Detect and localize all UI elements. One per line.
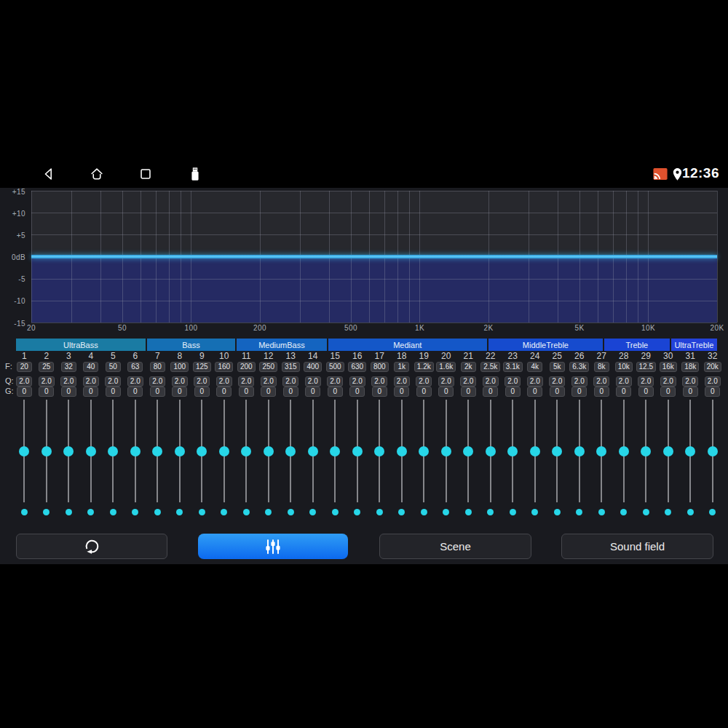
slider-knob[interactable]	[175, 446, 185, 456]
gain-slider[interactable]	[213, 400, 236, 502]
gain-slider[interactable]	[368, 400, 391, 502]
frequency-cell: 400	[302, 362, 325, 372]
channel-number: 13	[280, 351, 302, 361]
slider-knob[interactable]	[663, 446, 673, 456]
gain-slider[interactable]	[435, 400, 458, 502]
gain-slider[interactable]	[324, 400, 347, 502]
gain-slider[interactable]	[502, 400, 524, 502]
home-icon[interactable]	[89, 166, 105, 182]
gain-slider[interactable]	[635, 400, 657, 502]
q-cell: 2.0	[368, 376, 391, 387]
channel-number: 22	[480, 351, 502, 361]
gain-slider[interactable]	[613, 400, 636, 502]
scene-button[interactable]: Scene	[379, 534, 531, 559]
gain-slider[interactable]	[413, 400, 435, 502]
gain-slider[interactable]	[569, 400, 591, 502]
frequency-cell: 315	[280, 362, 302, 372]
slider-knob[interactable]	[441, 446, 451, 456]
slider-knob[interactable]	[130, 446, 141, 456]
channel-dot	[487, 509, 494, 515]
slider-knob[interactable]	[152, 446, 162, 456]
slider-knob[interactable]	[86, 446, 96, 456]
gain-cell: 0	[169, 387, 191, 397]
gain-slider[interactable]	[80, 400, 103, 502]
q-cell: 2.0	[391, 376, 414, 387]
slider-knob[interactable]	[308, 446, 318, 456]
slider-knob[interactable]	[219, 446, 229, 456]
gain-cell: 0	[502, 387, 524, 397]
reset-button[interactable]	[16, 534, 167, 559]
slider-knob[interactable]	[530, 446, 540, 456]
gain-slider[interactable]	[258, 400, 280, 502]
gain-slider[interactable]	[169, 400, 191, 502]
slider-knob[interactable]	[41, 446, 52, 456]
q-value-chip: 2.0	[416, 376, 432, 387]
frequency-cell: 2k	[457, 362, 480, 372]
slider-knob[interactable]	[330, 446, 340, 456]
gain-slider[interactable]	[191, 400, 213, 502]
gain-slider[interactable]	[102, 400, 124, 502]
slider-knob[interactable]	[619, 446, 629, 456]
q-cell: 2.0	[124, 376, 147, 387]
slider-knob[interactable]	[419, 446, 429, 456]
gain-slider[interactable]	[590, 400, 613, 502]
gain-slider[interactable]	[36, 400, 58, 502]
gain-slider[interactable]	[146, 400, 169, 502]
gain-slider[interactable]	[391, 400, 414, 502]
gain-slider[interactable]	[702, 400, 724, 502]
slider-knob[interactable]	[708, 446, 718, 456]
sound-field-button[interactable]: Sound field	[561, 534, 713, 559]
q-value-chip: 2.0	[349, 376, 365, 387]
gain-slider[interactable]	[679, 400, 702, 502]
back-icon[interactable]	[41, 166, 57, 182]
slider-knob[interactable]	[596, 446, 606, 456]
slider-knob[interactable]	[264, 446, 274, 456]
slider-knob[interactable]	[352, 446, 363, 456]
gain-slider[interactable]	[480, 400, 502, 502]
frequency-tick-label: 1K	[415, 324, 424, 332]
slider-knob[interactable]	[685, 446, 695, 456]
band-group-header: MediumBass	[237, 339, 326, 351]
gain-cell: 0	[36, 387, 58, 397]
gain-value-row: 00000000000000000000000000000000	[13, 387, 724, 397]
slider-knob[interactable]	[507, 446, 518, 456]
slider-knob[interactable]	[241, 446, 251, 456]
channel-indicator-dots	[13, 508, 724, 515]
gain-cell: 0	[302, 387, 325, 397]
slider-knob[interactable]	[19, 446, 29, 456]
slider-knob[interactable]	[285, 446, 296, 456]
gain-slider[interactable]	[524, 400, 547, 502]
slider-knob[interactable]	[463, 446, 473, 456]
slider-knob[interactable]	[552, 446, 562, 456]
gain-cell: 0	[280, 387, 302, 397]
eq-curve-fill	[31, 257, 717, 323]
gain-cell: 0	[457, 387, 480, 397]
slider-knob[interactable]	[63, 446, 74, 456]
q-value-chip: 2.0	[83, 376, 99, 387]
slider-knob[interactable]	[374, 446, 384, 456]
gain-slider[interactable]	[280, 400, 302, 502]
gain-slider[interactable]	[235, 400, 258, 502]
gain-slider[interactable]	[124, 400, 147, 502]
slider-knob[interactable]	[197, 446, 207, 456]
gain-slider[interactable]	[347, 400, 369, 502]
gain-value-chip: 0	[150, 387, 165, 397]
gain-slider[interactable]	[302, 400, 325, 502]
channel-dot	[21, 509, 28, 515]
gain-slider[interactable]	[457, 400, 480, 502]
q-value-chip: 2.0	[261, 376, 277, 387]
slider-knob[interactable]	[641, 446, 651, 456]
gain-slider[interactable]	[546, 400, 569, 502]
recents-icon[interactable]	[138, 166, 154, 182]
slider-knob[interactable]	[574, 446, 585, 456]
frequency-value-row: 2025324050638010012516020025031540050063…	[13, 362, 724, 372]
gain-value-chip: 0	[372, 387, 387, 397]
gain-cell: 0	[191, 387, 213, 397]
slider-knob[interactable]	[397, 446, 407, 456]
slider-knob[interactable]	[108, 446, 118, 456]
gain-slider[interactable]	[657, 400, 680, 502]
slider-knob[interactable]	[486, 446, 496, 456]
gain-slider[interactable]	[58, 400, 80, 502]
equalizer-button[interactable]	[198, 534, 348, 559]
gain-slider[interactable]	[13, 400, 36, 502]
